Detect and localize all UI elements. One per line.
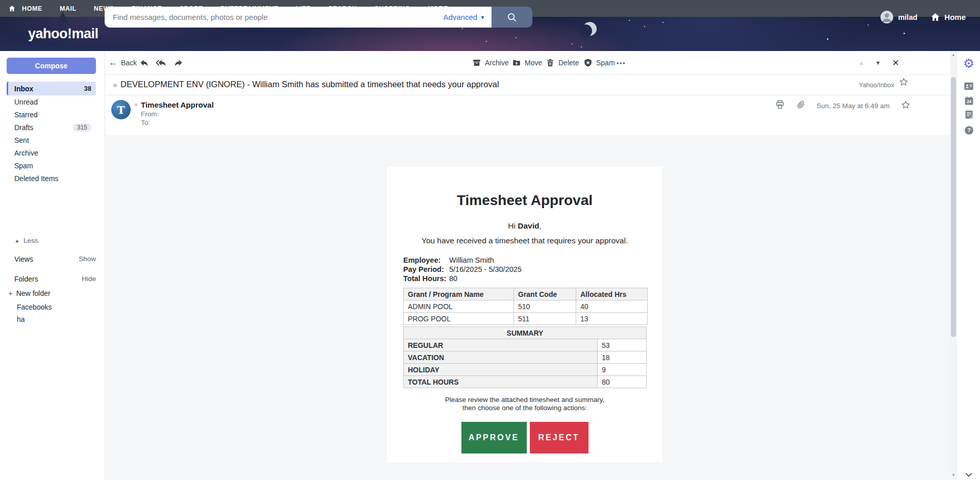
sidebar-item-label: Inbox xyxy=(14,85,84,93)
settings-button[interactable]: ⚙ xyxy=(963,57,975,69)
search-bar: Advanced ▼ xyxy=(105,7,532,28)
summary-value: 9 xyxy=(598,364,647,376)
summary-label: HOLIDAY xyxy=(404,364,598,376)
folders-row: Folders Hide xyxy=(14,275,96,283)
summary-row: TOTAL HOURS80 xyxy=(404,376,647,388)
contacts-button[interactable] xyxy=(963,80,975,92)
sidebar-item-deleteditems[interactable]: Deleted Items xyxy=(7,172,96,185)
sidebar-item-label: Spam xyxy=(14,162,91,170)
sidebar: Compose Inbox38UnreadStarredDrafts315Sen… xyxy=(0,51,105,480)
delete-button[interactable]: Delete xyxy=(546,51,579,74)
star-decoration xyxy=(462,28,463,29)
topnav-item-home[interactable]: HOME xyxy=(22,5,42,12)
read-indicator-dot[interactable] xyxy=(113,84,117,87)
forward-button[interactable] xyxy=(173,51,183,74)
calendar-icon: 24 xyxy=(964,95,974,106)
info-row: Employee:William Smith xyxy=(403,256,663,265)
rail-scroll-down-button[interactable] xyxy=(965,470,972,479)
sidebar-item-spam[interactable]: Spam xyxy=(7,159,96,172)
star-decoration xyxy=(516,37,517,38)
notepad-icon xyxy=(964,109,974,120)
sidebar-item-drafts[interactable]: Drafts315 xyxy=(7,121,96,134)
more-actions-button[interactable]: ⋯ xyxy=(616,51,626,74)
reply-all-button[interactable] xyxy=(156,51,167,74)
message-toolbar: ← Back Archive Move xyxy=(106,51,950,74)
grant-cell: 511 xyxy=(514,313,576,325)
archive-button[interactable]: Archive xyxy=(472,51,509,74)
summary-label: TOTAL HOURS xyxy=(404,376,598,388)
sidebar-item-starred[interactable]: Starred xyxy=(7,108,96,121)
approve-button[interactable]: APPROVE xyxy=(461,422,527,453)
yahoo-mail-logo[interactable]: yahoo!mail xyxy=(28,26,99,42)
active-tab-caret xyxy=(57,12,68,23)
sidebar-item-archive[interactable]: Archive xyxy=(7,146,96,159)
reply-button[interactable] xyxy=(139,51,150,74)
message-star-icon[interactable] xyxy=(901,100,911,112)
calendar-button[interactable]: 24 xyxy=(963,94,975,107)
sidebar-item-label: Unread xyxy=(14,98,91,106)
advanced-search-button[interactable]: Advanced ▼ xyxy=(443,7,485,28)
move-button[interactable]: Move xyxy=(512,51,542,74)
scrollbar-up-arrow[interactable]: ▲ xyxy=(951,53,955,57)
sender-name[interactable]: Timesheet Approval xyxy=(141,100,214,109)
message-date: Sun, 25 May at 6:49 am xyxy=(817,102,890,110)
scrollbar-down-arrow[interactable]: ▼ xyxy=(951,473,955,477)
less-button[interactable]: ▲ Less xyxy=(14,237,38,244)
star-decoration xyxy=(644,26,645,27)
search-icon xyxy=(506,12,518,23)
search-button[interactable] xyxy=(492,7,532,28)
next-message-button[interactable]: ▼ xyxy=(875,60,881,66)
topnav-item-mail[interactable]: MAIL xyxy=(60,5,77,12)
message-subject: DEVELOPMENT ENV (IGNORE) - William Smith… xyxy=(120,80,499,89)
subject-star-icon[interactable] xyxy=(899,77,909,89)
custom-folder-list: Facebooksha xyxy=(17,301,93,325)
reject-button[interactable]: REJECT xyxy=(530,422,589,453)
grant-table-head: Grant / Program NameGrant CodeAllocated … xyxy=(404,288,648,300)
sidebar-item-label: Starred xyxy=(14,111,91,119)
custom-folder-facebooks[interactable]: Facebooks xyxy=(17,301,93,313)
star-decoration xyxy=(581,46,582,47)
user-area: milad Home xyxy=(880,0,966,34)
sidebar-item-unread[interactable]: Unread xyxy=(7,95,96,108)
pane-scrollbar-thumb[interactable] xyxy=(951,77,956,337)
sidebar-item-sent[interactable]: Sent xyxy=(7,134,96,146)
grant-cell: PROG POOL xyxy=(404,313,514,325)
folders-hide-button[interactable]: Hide xyxy=(82,275,96,283)
grant-col-header: Grant Code xyxy=(514,288,576,300)
sidebar-item-label: Archive xyxy=(14,149,91,157)
nav-home-icon[interactable] xyxy=(8,5,16,12)
search-input[interactable] xyxy=(105,7,492,28)
grant-table: Grant / Program NameGrant CodeAllocated … xyxy=(403,288,648,325)
back-arrow-icon: ← xyxy=(109,58,117,68)
folder-tag[interactable]: Yahoo/Inbox xyxy=(859,82,894,89)
grant-col-header: Allocated Hrs xyxy=(576,288,648,300)
home-button[interactable]: Home xyxy=(930,12,966,22)
compose-button[interactable]: Compose xyxy=(7,58,96,74)
folders-label: Folders xyxy=(14,275,38,283)
summary-table: SUMMARYREGULAR53VACATION18HOLIDAY9TOTAL … xyxy=(403,326,647,388)
previous-message-button[interactable]: ▲ xyxy=(859,60,864,66)
views-show-button[interactable]: Show xyxy=(79,255,96,263)
email-card: Timesheet Approval Hi David, You have re… xyxy=(387,167,663,463)
archive-icon xyxy=(472,58,481,67)
contacts-icon xyxy=(963,81,974,92)
back-button[interactable]: ← Back xyxy=(109,51,137,74)
new-folder-button[interactable]: + New folder xyxy=(8,289,51,297)
drafts-count-badge: 315 xyxy=(73,123,91,132)
close-message-button[interactable]: ✕ xyxy=(892,58,899,68)
help-button[interactable]: ? xyxy=(963,124,975,136)
attachment-icon[interactable] xyxy=(796,100,805,111)
print-button[interactable] xyxy=(775,99,785,112)
profile-button[interactable]: milad xyxy=(880,11,917,23)
move-icon xyxy=(512,58,521,67)
spam-button[interactable]: Spam xyxy=(583,51,615,74)
user-name: milad xyxy=(898,13,917,21)
sidebar-item-inbox[interactable]: Inbox38 xyxy=(7,82,96,95)
subject-row: DEVELOPMENT ENV (IGNORE) - William Smith… xyxy=(106,75,950,95)
message-pane: ← Back Archive Move xyxy=(106,51,950,480)
summary-table-body: SUMMARYREGULAR53VACATION18HOLIDAY9TOTAL … xyxy=(404,327,647,388)
spam-shield-icon xyxy=(583,58,593,67)
grant-cell: 510 xyxy=(514,300,576,313)
custom-folder-ha[interactable]: ha xyxy=(17,313,93,325)
notes-button[interactable] xyxy=(963,108,975,120)
